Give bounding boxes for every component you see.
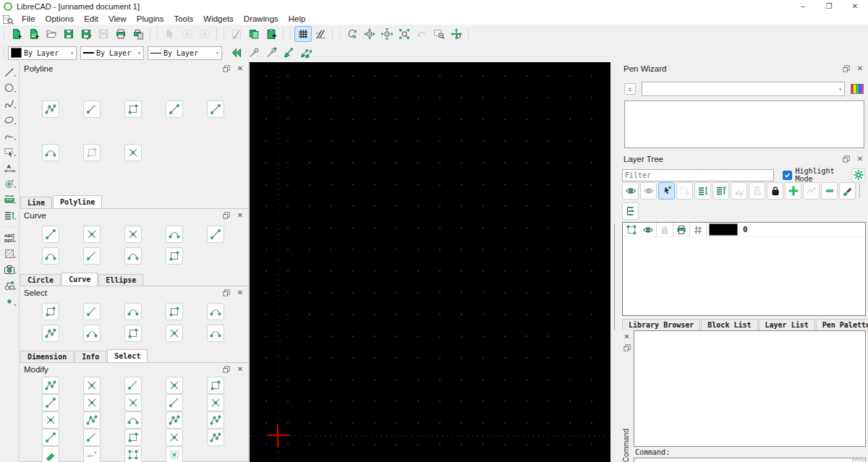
tab-block-list[interactable]: Block List: [701, 319, 757, 330]
lock-icon[interactable]: [656, 223, 673, 236]
modify-cut-icon[interactable]: [124, 411, 142, 429]
print-preview-icon[interactable]: [129, 26, 147, 42]
restore-button[interactable]: ❐: [816, 0, 842, 12]
cat-line-icon[interactable]: [1, 64, 17, 80]
polyline-from-segments-icon[interactable]: [124, 144, 142, 161]
copy-icon[interactable]: [245, 26, 263, 42]
close-icon[interactable]: ✕: [236, 365, 244, 374]
menu-edit[interactable]: Edit: [79, 12, 103, 25]
select-all-icon[interactable]: [166, 303, 183, 320]
print-icon[interactable]: [112, 26, 129, 42]
modify-explode-icon[interactable]: [124, 446, 142, 462]
redraw-icon[interactable]: [344, 26, 361, 42]
highlight-mode-checkbox[interactable]: [783, 171, 792, 180]
toolbar-handle[interactable]: [156, 27, 159, 40]
add-layer-icon[interactable]: [785, 182, 801, 200]
cat-ellipse-icon[interactable]: [1, 112, 17, 127]
modify-lengthen-icon[interactable]: [42, 411, 59, 429]
modify-offset-icon[interactable]: [207, 411, 224, 429]
pen-width-combobox[interactable]: By Layer ▾: [80, 46, 144, 60]
select-layer-mode-icon[interactable]: [658, 182, 675, 200]
flatten-tree-icon[interactable]: [622, 202, 639, 220]
tab-layer-list[interactable]: Layer List: [759, 319, 815, 330]
layer-details-icon[interactable]: [712, 182, 729, 200]
modify-chamfer-icon[interactable]: [42, 429, 59, 446]
pen-apply-icon[interactable]: [280, 45, 297, 61]
modify-stretch-frame-icon[interactable]: [207, 429, 224, 446]
layer-filter-input[interactable]: [622, 169, 774, 181]
modify-properties-icon[interactable]: [166, 429, 183, 446]
save-as-icon[interactable]: [77, 26, 95, 42]
pen-linetype-combobox[interactable]: By Layer ▾: [148, 46, 222, 60]
dock-splitter[interactable]: [610, 62, 620, 462]
spline-points-icon[interactable]: [124, 247, 142, 265]
close-icon[interactable]: ✕: [236, 211, 244, 220]
cat-point-icon[interactable]: [1, 294, 17, 309]
polyline-trim-icon[interactable]: [42, 144, 59, 161]
float-icon[interactable]: [222, 365, 231, 374]
zoom-window-icon[interactable]: [430, 26, 448, 42]
float-icon[interactable]: [842, 155, 851, 163]
isometric-grid-icon[interactable]: [312, 26, 329, 42]
polyline-icon[interactable]: [42, 100, 59, 118]
freehand-line-icon[interactable]: [166, 247, 183, 265]
menu-view[interactable]: View: [103, 12, 132, 25]
construction-toggle-icon[interactable]: [623, 223, 640, 236]
menu-file[interactable]: File: [17, 12, 41, 25]
zoom-in-icon[interactable]: [361, 26, 378, 42]
menu-options[interactable]: Options: [41, 12, 80, 25]
float-icon[interactable]: [842, 64, 851, 73]
arc-tangent-icon[interactable]: [124, 226, 142, 243]
modify-explode-text-icon[interactable]: abc: [83, 446, 101, 462]
command-history[interactable]: [634, 330, 866, 447]
tab-circle[interactable]: Circle: [20, 274, 61, 286]
layer-row[interactable]: 0: [623, 223, 865, 237]
print-icon[interactable]: [673, 223, 689, 236]
cat-dimension-icon[interactable]: A: [1, 160, 17, 175]
pen-wizard-spin-button[interactable]: ±: [624, 83, 636, 95]
float-icon[interactable]: [222, 211, 231, 220]
layer-color-cell[interactable]: [706, 223, 740, 236]
new-from-template-icon[interactable]: [25, 26, 43, 42]
remove-layer-icon[interactable]: [821, 182, 838, 200]
parabola-focus-icon[interactable]: [83, 247, 101, 265]
polyline-append-node-icon[interactable]: [124, 100, 142, 118]
cat-hatch-icon[interactable]: [1, 246, 17, 261]
pen-wizard-combobox[interactable]: ▾: [642, 82, 845, 96]
close-icon[interactable]: ✕: [623, 332, 631, 341]
command-input[interactable]: [634, 458, 852, 462]
color-wheel-icon[interactable]: [851, 84, 864, 94]
polyline-add-node-icon[interactable]: [83, 100, 101, 118]
close-button[interactable]: ✕: [842, 0, 868, 12]
new-drawing-icon[interactable]: [8, 26, 25, 42]
show-all-layers-icon[interactable]: [622, 182, 639, 200]
modify-divide-icon[interactable]: [166, 411, 183, 429]
modify-delete-selected-icon[interactable]: [166, 446, 183, 462]
close-icon[interactable]: ✕: [236, 288, 244, 297]
save-icon[interactable]: [60, 26, 77, 42]
tab-ellipse[interactable]: Ellipse: [98, 274, 143, 286]
tab-info[interactable]: Info: [75, 351, 106, 362]
mdi-document-icon[interactable]: [2, 14, 14, 24]
spline-through-points-icon[interactable]: [207, 226, 224, 243]
cat-info-icon[interactable]: [1, 192, 17, 207]
previous-menu-icon[interactable]: [228, 45, 245, 61]
minimize-button[interactable]: –: [790, 0, 816, 12]
close-icon[interactable]: ✕: [856, 64, 864, 73]
cat-text-icon[interactable]: ABCDEF: [1, 230, 17, 245]
menu-tools[interactable]: Tools: [169, 12, 198, 25]
tab-select[interactable]: Select: [107, 349, 148, 362]
cat-polyline-icon[interactable]: [1, 128, 17, 143]
cat-curve-icon[interactable]: [1, 96, 17, 111]
arc-3-points-icon[interactable]: [83, 226, 101, 243]
keyboard-button[interactable]: [852, 459, 864, 462]
cat-select-icon[interactable]: [1, 144, 17, 159]
lock-all-layers-icon[interactable]: [767, 182, 783, 200]
modify-mirror-axis-icon[interactable]: [207, 377, 224, 394]
invert-selection-icon[interactable]: [207, 325, 224, 342]
select-layer-icon[interactable]: [166, 325, 183, 342]
modify-trim-icon[interactable]: [166, 394, 183, 411]
parabola-4-points-icon[interactable]: [42, 247, 59, 265]
menu-drawings[interactable]: Drawings: [239, 12, 284, 25]
select-window-icon[interactable]: [83, 303, 101, 320]
